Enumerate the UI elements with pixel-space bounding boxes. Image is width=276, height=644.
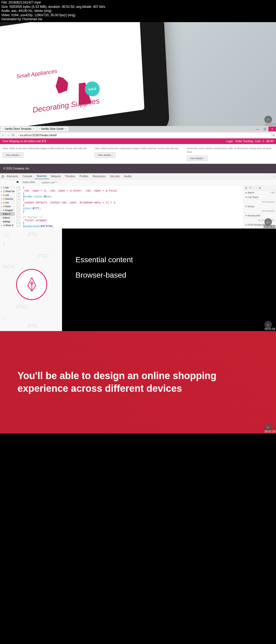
file-tree: ▸ ▮top▸ ▮Store Des▸ ▮css▸ ▮Source▸ ▮css▸… — [0, 186, 15, 227]
folder-icon: ▸ ▮ — [1, 209, 5, 212]
product-cards: risus. Etiam porta sem malesuada magna m… — [0, 144, 276, 164]
file-tree-item[interactable]: ▸ ▮css — [0, 201, 15, 205]
minimize-button[interactable]: — — [253, 127, 261, 131]
file-tree-item[interactable]: ▸ ▮fonts — [0, 205, 15, 208]
slide-text-panel: Essential content Browser-based — [62, 229, 276, 331]
devtools-tabs: ◫ ▫ Elements Console Sources Network Tim… — [0, 173, 276, 179]
menu-icon[interactable]: ≡ — [272, 133, 275, 137]
reload-button[interactable]: ⟳ — [12, 133, 15, 137]
not-paused-label: Not Paused — [244, 200, 276, 204]
line-content: } — [23, 198, 25, 201]
close-button[interactable]: × — [268, 127, 276, 131]
file-tree-item[interactable]: ▸ ▮images — [0, 208, 15, 212]
line-number: 249 — [15, 195, 23, 198]
file-name: images — [5, 209, 13, 212]
maximize-button[interactable]: ◻ — [261, 127, 268, 131]
devtools-tab-console[interactable]: Console — [20, 174, 34, 179]
back-button[interactable]: ← — [1, 133, 5, 137]
step-out-icon[interactable]: ↑ — [256, 186, 257, 189]
scope-section[interactable]: ▾ Scope — [244, 204, 276, 209]
code-line: 254} — [15, 210, 244, 213]
folder-icon: ▸ ▮ — [1, 197, 5, 200]
file-tree-item[interactable]: ▫stylegu — [0, 220, 15, 223]
line-content: } — [23, 210, 25, 213]
file-tree-item[interactable]: ▸ ▮Store Des — [0, 189, 15, 193]
view-details-button[interactable]: View details » — [3, 152, 23, 158]
cart-link[interactable]: Cart - 1 - $5.99 — [255, 140, 273, 143]
folder-icon: ▸ ▮ — [1, 201, 5, 204]
code-editor[interactable]: 246}247.nav .open > a, .nav .open > a:ho… — [15, 186, 244, 227]
card-text: risus. Etiam porta sem malesuada magna m… — [3, 147, 89, 150]
line-content: color:#fff; — [23, 207, 41, 210]
line-content: .footer-wrapper — [23, 219, 47, 222]
folder-icon: ▸ ▮ — [1, 186, 5, 189]
source-file-tabs: ◀ index.html custom.css* × — [0, 179, 276, 186]
file-name: Store D — [5, 224, 14, 227]
view-details-button[interactable]: View details » — [187, 156, 208, 161]
frame-timestamp: 00:00:44 — [264, 225, 275, 228]
devtools-tab-security[interactable]: Security — [108, 174, 122, 179]
devtools-close-icon[interactable]: × — [273, 175, 275, 178]
line-content: /* Footer */ — [23, 216, 42, 219]
code-line: 255 — [15, 213, 244, 216]
devtools-tab-resources[interactable]: Resources — [91, 174, 108, 179]
line-content: .navbar-default .navbar-nav .open .dropd… — [23, 201, 115, 204]
devtools-tab-sources[interactable]: Sources — [34, 173, 49, 179]
sidebar-toggle-icon[interactable]: ◀ — [16, 180, 18, 185]
file-tree-item[interactable]: ▸ ▮top — [0, 186, 15, 189]
tab-title: Vanilla Style Guide — [41, 127, 64, 130]
browser-tabs: ▫ Vanilla Store Template × ▫ Vanilla Sty… — [0, 126, 276, 132]
product-card: risus. Etiam porta sem malesuada magna m… — [95, 147, 181, 161]
line-number: 258 — [15, 222, 23, 225]
devtools-menu-icon[interactable]: ⋮ — [269, 175, 272, 178]
address-bar[interactable]: ▫ localhost:51507/index.html# — [16, 133, 271, 138]
file-tree-item[interactable]: ▸ ▮css — [0, 193, 15, 197]
pause-icon[interactable]: ⏸ — [245, 186, 247, 189]
callstack-section[interactable]: ▾ Call Stack — [244, 195, 276, 200]
file-tree-item[interactable]: ▫Web.co — [0, 227, 15, 227]
play-icon[interactable]: ▷ — [264, 423, 272, 431]
step-in-icon[interactable]: ↓ — [253, 186, 254, 189]
tracking-link[interactable]: Order Tracking — [235, 140, 253, 143]
slide-headline: You'll be able to design an online shopp… — [18, 370, 258, 395]
play-icon[interactable]: ▷ — [264, 116, 272, 123]
file-tree-item[interactable]: ▸ ▮Source — [0, 197, 15, 201]
view-details-button[interactable]: View details » — [95, 152, 115, 158]
line-number: 259 — [15, 225, 23, 227]
source-tab-index[interactable]: index.html — [21, 180, 37, 185]
file-tree-item[interactable]: ▸ ▮Store D — [0, 223, 15, 227]
close-icon[interactable]: × — [56, 181, 58, 184]
line-content: .nav .open > a, .nav .open > a:hover, .n… — [23, 189, 117, 192]
close-icon[interactable]: × — [65, 127, 66, 130]
thumbnail-frame-2: ▫ Vanilla Store Template × ▫ Vanilla Sty… — [0, 126, 276, 229]
watch-section[interactable]: ▸ Watch + ⟳ — [244, 190, 276, 195]
file-name: css — [5, 201, 9, 204]
devtools-tab-elements[interactable]: Elements — [5, 174, 20, 179]
line-number: 256 — [15, 216, 23, 219]
slide-icon-panel: ▷ JPG T PSD MOV PNG ▷ JPG — [0, 229, 62, 331]
breakpoints-section[interactable]: ▾ Breakpoints — [244, 213, 276, 218]
devtools-tab-profiles[interactable]: Profiles — [77, 174, 91, 179]
devtools-tab-audits[interactable]: Audits — [122, 174, 134, 179]
close-icon[interactable]: × — [33, 127, 34, 130]
line-number: 254 — [15, 210, 23, 213]
source-tab-custom[interactable]: custom.css* × — [39, 180, 60, 185]
devtools-panel: ◫ ▫ Elements Console Sources Network Tim… — [0, 173, 276, 232]
thumbnail-frame-4: You'll be able to design an online shopp… — [0, 331, 276, 434]
inspect-icon[interactable]: ◫ — [1, 175, 4, 178]
login-link[interactable]: Login — [226, 140, 233, 143]
file-tree-item[interactable]: ▫index.h — [0, 212, 15, 216]
browser-tab-2[interactable]: ▫ Vanilla Style Guide × — [37, 127, 68, 131]
address-bar-row: ← → ⟳ ▫ localhost:51507/index.html# ≡ — [0, 132, 276, 138]
deactivate-icon[interactable]: ⊘ — [259, 186, 261, 189]
forward-button[interactable]: → — [6, 133, 10, 137]
browser-tab-1[interactable]: ▫ Vanilla Store Template × — [1, 127, 36, 131]
step-over-icon[interactable]: ↷ — [249, 186, 251, 189]
code-line: 248{ — [15, 192, 244, 195]
devtools-tab-network[interactable]: Network — [49, 174, 63, 179]
pen-tool-badge — [16, 269, 47, 300]
play-icon[interactable]: ▷ — [264, 321, 272, 328]
file-tree-item[interactable]: ▫index2 — [0, 216, 15, 220]
play-icon[interactable]: ▷ — [264, 218, 272, 226]
devtools-tab-timeline[interactable]: Timeline — [63, 174, 77, 179]
